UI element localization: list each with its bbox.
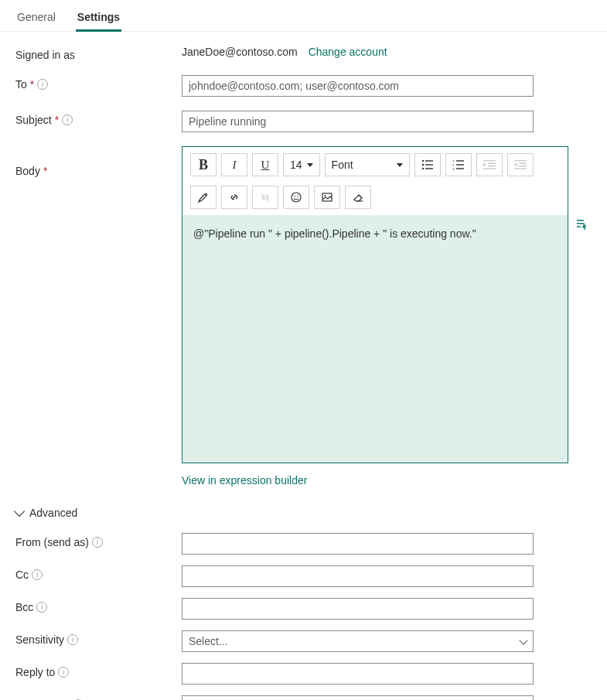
- number-list-icon: 123: [452, 159, 465, 170]
- bold-button[interactable]: B: [190, 153, 217, 176]
- outdent-button[interactable]: [476, 153, 503, 176]
- bcc-label: Bcc: [15, 601, 33, 613]
- info-icon[interactable]: i: [67, 634, 78, 645]
- svg-rect-14: [488, 163, 496, 164]
- svg-rect-11: [456, 168, 464, 169]
- body-label: Body: [15, 165, 40, 177]
- row-to: To * i: [15, 75, 592, 97]
- importance-select[interactable]: Normal: [182, 695, 534, 700]
- tabs-bar: General Settings: [0, 0, 607, 32]
- sensitivity-label: Sensitivity: [15, 633, 64, 646]
- body-editor: B I U 14 Font 123: [182, 146, 568, 463]
- row-subject: Subject * i: [15, 111, 592, 132]
- row-cc: Cc i: [15, 565, 592, 587]
- info-icon[interactable]: i: [58, 667, 69, 678]
- svg-marker-18: [514, 163, 517, 166]
- row-reply-to: Reply to i: [15, 663, 592, 685]
- emoji-icon: [290, 191, 302, 203]
- svg-rect-20: [519, 166, 527, 166]
- eraser-icon: [352, 191, 364, 203]
- italic-button[interactable]: I: [221, 153, 247, 176]
- advanced-label: Advanced: [29, 507, 77, 519]
- required-asterisk: *: [55, 114, 59, 126]
- svg-rect-1: [425, 160, 433, 161]
- bullet-list-button[interactable]: [414, 153, 441, 176]
- unlink-icon: [259, 191, 271, 203]
- svg-rect-3: [425, 164, 433, 165]
- indent-icon: [514, 159, 527, 170]
- svg-rect-9: [456, 164, 464, 165]
- svg-point-23: [294, 196, 295, 197]
- from-label: From (send as): [15, 536, 89, 548]
- svg-rect-5: [425, 168, 433, 169]
- svg-point-0: [421, 160, 423, 162]
- row-from: From (send as) i: [15, 533, 592, 555]
- reply-to-label: Reply to: [15, 666, 55, 678]
- svg-point-22: [292, 193, 301, 202]
- svg-rect-7: [456, 160, 464, 161]
- sensitivity-select[interactable]: Select...: [182, 630, 534, 652]
- advanced-toggle[interactable]: Advanced: [15, 507, 592, 519]
- link-icon: [228, 191, 240, 203]
- unlink-button[interactable]: [252, 186, 278, 209]
- highlighter-button[interactable]: [190, 186, 217, 209]
- underline-button[interactable]: U: [252, 153, 278, 176]
- svg-rect-16: [483, 169, 496, 169]
- highlighter-icon: [197, 191, 210, 203]
- view-expression-link[interactable]: View in expression builder: [182, 474, 568, 487]
- to-input[interactable]: [182, 75, 534, 97]
- emoji-button[interactable]: [283, 186, 309, 209]
- change-account-link[interactable]: Change account: [309, 46, 387, 58]
- tab-settings[interactable]: Settings: [76, 6, 121, 31]
- body-textarea[interactable]: @"Pipeline run " + pipeline().Pipeline +…: [182, 215, 568, 463]
- info-icon[interactable]: i: [36, 602, 47, 613]
- svg-rect-17: [514, 160, 527, 161]
- info-icon[interactable]: i: [32, 569, 43, 580]
- svg-point-24: [297, 196, 298, 197]
- required-asterisk: *: [30, 78, 34, 90]
- link-button[interactable]: [221, 186, 247, 209]
- svg-marker-13: [483, 163, 486, 166]
- settings-form: Signed in as JaneDoe@contoso.com Change …: [0, 32, 607, 700]
- fontsize-select[interactable]: 14: [283, 153, 320, 176]
- subject-label: Subject: [15, 114, 52, 126]
- dynamic-content-button[interactable]: [575, 217, 588, 231]
- reply-to-input[interactable]: [182, 663, 534, 685]
- tab-general[interactable]: General: [15, 6, 57, 31]
- svg-rect-12: [483, 160, 496, 161]
- subject-input[interactable]: [182, 111, 534, 132]
- svg-point-26: [325, 195, 326, 196]
- image-button[interactable]: [314, 186, 340, 209]
- svg-text:3: 3: [452, 167, 455, 170]
- number-list-button[interactable]: 123: [445, 153, 472, 176]
- dynamic-content-icon: [575, 217, 588, 231]
- info-icon[interactable]: i: [92, 537, 103, 548]
- to-label: To: [15, 78, 27, 90]
- row-body: Body * B I U 14 Font: [15, 146, 592, 487]
- image-icon: [321, 191, 333, 203]
- cc-input[interactable]: [182, 565, 534, 587]
- svg-point-2: [421, 164, 423, 166]
- info-icon[interactable]: i: [37, 79, 48, 90]
- signed-in-email: JaneDoe@contoso.com: [182, 46, 298, 58]
- signed-in-label: Signed in as: [15, 46, 182, 61]
- row-signed-in: Signed in as JaneDoe@contoso.com Change …: [15, 46, 592, 61]
- required-asterisk: *: [43, 165, 47, 177]
- eraser-button[interactable]: [345, 186, 371, 209]
- bullet-list-icon: [421, 159, 434, 170]
- editor-toolbar: B I U 14 Font 123: [182, 147, 568, 215]
- font-select[interactable]: Font: [325, 153, 410, 176]
- svg-point-4: [421, 168, 423, 169]
- svg-rect-19: [519, 163, 527, 164]
- cc-label: Cc: [15, 569, 29, 581]
- svg-rect-15: [488, 166, 496, 166]
- chevron-down-icon: [519, 636, 527, 644]
- sensitivity-value: Select...: [189, 635, 228, 647]
- from-input[interactable]: [182, 533, 534, 555]
- info-icon[interactable]: i: [62, 114, 73, 125]
- row-sensitivity: Sensitivity i Select...: [15, 630, 592, 652]
- bcc-input[interactable]: [182, 598, 534, 620]
- indent-button[interactable]: [507, 153, 534, 176]
- outdent-icon: [483, 159, 496, 170]
- svg-rect-21: [514, 169, 527, 169]
